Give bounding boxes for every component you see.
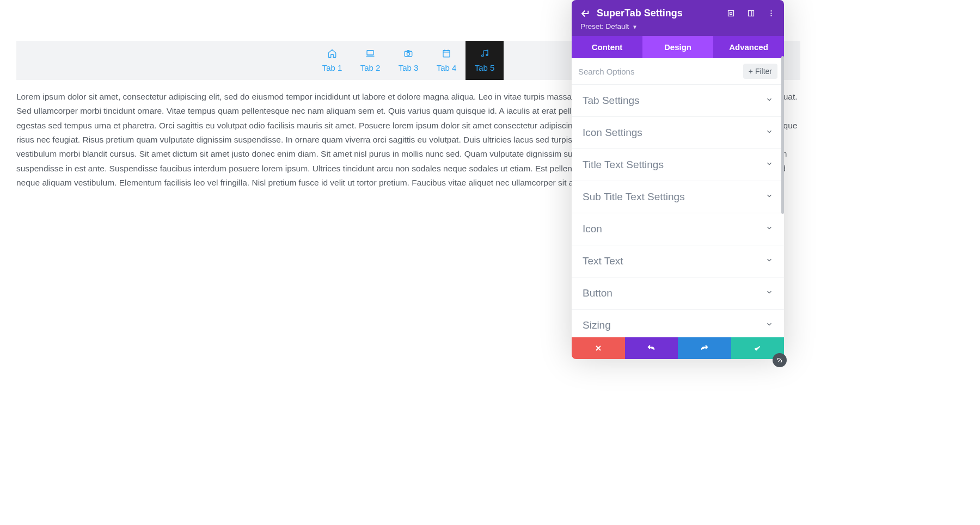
calendar-icon <box>442 48 451 60</box>
chevron-down-icon <box>765 320 773 330</box>
caret-down-icon: ▼ <box>632 24 638 30</box>
section-title: Button <box>583 287 612 299</box>
svg-point-10 <box>770 13 771 14</box>
tab-advanced[interactable]: Advanced <box>713 36 784 58</box>
tab-1[interactable]: Tab 1 <box>313 41 351 80</box>
chevron-down-icon <box>765 256 773 266</box>
plus-icon: + <box>749 67 753 76</box>
filter-button[interactable]: + Filter <box>743 64 777 79</box>
section-icon[interactable]: Icon <box>572 213 784 245</box>
tab-2[interactable]: Tab 2 <box>351 41 389 80</box>
chevron-down-icon <box>765 160 773 170</box>
panel-tabs: Content Design Advanced <box>572 36 784 58</box>
tab-5[interactable]: Tab 5 <box>465 41 504 80</box>
camera-icon <box>403 48 413 60</box>
music-icon <box>480 48 489 60</box>
tab-design[interactable]: Design <box>642 36 713 58</box>
section-title: Title Text Settings <box>583 159 664 171</box>
svg-point-5 <box>486 54 488 55</box>
redo-button[interactable] <box>678 337 731 359</box>
tab-content[interactable]: Content <box>572 36 642 58</box>
section-list[interactable]: Tab Settings Icon Settings Title Text Se… <box>572 85 784 337</box>
section-title: Tab Settings <box>583 95 640 107</box>
section-title: Text Text <box>583 255 623 267</box>
section-title: Icon <box>583 223 602 235</box>
svg-point-9 <box>770 10 771 11</box>
chevron-down-icon <box>765 288 773 298</box>
section-button[interactable]: Button <box>572 277 784 310</box>
undo-button[interactable] <box>625 337 678 359</box>
back-icon[interactable] <box>580 9 590 18</box>
tab-label: Tab 3 <box>399 63 419 72</box>
chevron-down-icon <box>765 128 773 138</box>
filter-label: Filter <box>755 67 772 76</box>
svg-rect-7 <box>730 13 732 15</box>
tab-4[interactable]: Tab 4 <box>427 41 465 80</box>
laptop-icon <box>365 48 375 60</box>
preset-label: Preset: Default <box>580 22 629 30</box>
svg-point-2 <box>407 53 409 55</box>
tab-label: Tab 4 <box>437 63 457 72</box>
panel-footer <box>572 337 784 359</box>
panel-title: SuperTab Settings <box>597 8 727 19</box>
chevron-down-icon <box>765 224 773 234</box>
svg-rect-1 <box>405 51 412 57</box>
svg-rect-3 <box>443 51 450 57</box>
search-bar: + Filter <box>572 58 784 85</box>
svg-rect-8 <box>749 11 754 16</box>
home-icon <box>327 48 337 60</box>
search-input[interactable] <box>578 67 743 76</box>
section-text-text[interactable]: Text Text <box>572 245 784 277</box>
expand-icon[interactable] <box>727 9 735 17</box>
section-title: Sizing <box>583 319 611 331</box>
svg-rect-0 <box>367 51 373 55</box>
section-tab-settings[interactable]: Tab Settings <box>572 85 784 117</box>
cancel-button[interactable] <box>572 337 625 359</box>
section-sizing[interactable]: Sizing <box>572 310 784 337</box>
svg-rect-6 <box>728 11 734 16</box>
settings-panel: SuperTab Settings Preset: Default ▼ Cont… <box>572 0 784 359</box>
tab-3[interactable]: Tab 3 <box>389 41 427 80</box>
chevron-down-icon <box>765 192 773 202</box>
tab-label: Tab 5 <box>475 63 495 72</box>
more-icon[interactable] <box>767 9 775 17</box>
section-title-text-settings[interactable]: Title Text Settings <box>572 149 784 181</box>
layout-icon[interactable] <box>747 9 755 17</box>
section-title: Sub Title Text Settings <box>583 191 685 203</box>
svg-point-11 <box>770 15 771 16</box>
section-sub-title-text-settings[interactable]: Sub Title Text Settings <box>572 181 784 213</box>
preset-selector[interactable]: Preset: Default ▼ <box>580 22 775 30</box>
chevron-down-icon <box>765 96 773 106</box>
tab-label: Tab 1 <box>322 63 342 72</box>
panel-header: SuperTab Settings Preset: Default ▼ <box>572 0 784 36</box>
resize-handle[interactable] <box>773 353 787 367</box>
tab-label: Tab 2 <box>360 63 381 72</box>
section-title: Icon Settings <box>583 127 642 139</box>
svg-point-4 <box>482 55 483 57</box>
scrollbar-thumb[interactable] <box>781 56 784 214</box>
section-icon-settings[interactable]: Icon Settings <box>572 117 784 149</box>
